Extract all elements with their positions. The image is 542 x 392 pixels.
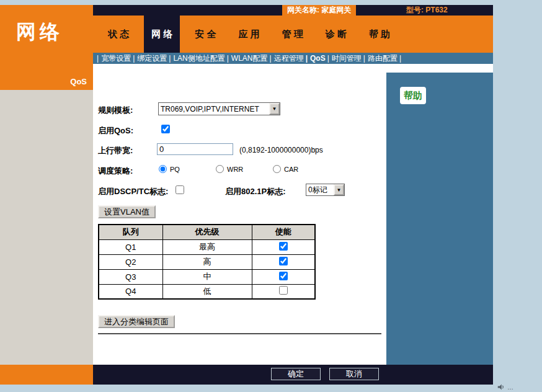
screen: 网络 QoS 网关名称: 家庭网关 型号: PT632 状 态 网 络 安 全 … — [0, 0, 542, 392]
rule-template-select[interactable]: TR069,VOIP,IPTV,INTERNET ▼ — [158, 102, 280, 115]
radio-wrr-input[interactable] — [216, 165, 224, 173]
radio-car-label: CAR — [284, 166, 298, 173]
queue-table: 队列 优先级 使能 Q1 最高 Q2 高 Q3 中 Q4 低 — [98, 224, 316, 300]
separator-line — [98, 333, 381, 334]
queue-cell: Q3 — [99, 269, 162, 284]
tab-status[interactable]: 状 态 — [100, 16, 136, 53]
radio-wrr-label: WRR — [227, 166, 243, 173]
tab-security[interactable]: 安 全 — [187, 16, 223, 53]
brand-area: 网络 QoS — [0, 5, 93, 90]
enable-cell — [252, 239, 315, 254]
subnav-item-broadband[interactable]: 宽带设置 — [97, 53, 131, 64]
subnav-end-divider — [399, 54, 401, 63]
queue-enable-checkbox[interactable] — [279, 257, 288, 265]
set-vlan-button[interactable]: 设置VLAN值 — [98, 205, 156, 218]
dscp-flag-label: 启用DSCP/TC标志: — [98, 186, 168, 197]
rule-template-label: 规则模板: — [98, 105, 133, 116]
footer-bar: 确定 取消 — [93, 365, 493, 385]
scheduling-policy-label: 调度策略: — [98, 166, 133, 177]
p8021-select[interactable]: 0标记 ▼ — [306, 184, 345, 196]
queue-cell: Q4 — [99, 284, 162, 299]
taskbar-fragment: … — [497, 383, 513, 391]
priority-cell: 低 — [162, 284, 252, 299]
help-panel: 帮助 — [386, 73, 493, 365]
cancel-button[interactable]: 取消 — [329, 368, 379, 380]
radio-pq-label: PQ — [170, 166, 180, 173]
table-row: Q4 低 — [99, 284, 315, 299]
enable-qos-label: 启用QoS: — [98, 125, 133, 136]
sidebar-empty-area — [0, 90, 93, 365]
priority-cell: 高 — [162, 254, 252, 269]
queue-cell: Q1 — [99, 239, 162, 254]
model-label: 型号: PT632 — [406, 5, 448, 16]
sidebar: 网络 QoS — [0, 5, 93, 385]
speaker-icon — [497, 383, 505, 391]
sidebar-item-qos[interactable]: QoS — [70, 77, 87, 86]
main-nav: 状 态 网 络 安 全 应 用 管 理 诊 断 帮 助 — [93, 16, 493, 53]
queue-enable-checkbox[interactable] — [279, 242, 288, 251]
table-header-row: 队列 优先级 使能 — [99, 225, 315, 239]
subnav-item-lan-address[interactable]: LAN侧地址配置 — [169, 53, 224, 64]
radio-pq-input[interactable] — [159, 165, 167, 173]
gateway-name-badge: 网关名称: 家庭网关 — [282, 5, 356, 16]
upstream-bandwidth-input[interactable] — [157, 143, 233, 155]
taskbar-ellipsis: … — [507, 384, 513, 391]
dscp-flag-checkbox[interactable] — [175, 185, 184, 194]
chevron-down-icon[interactable]: ▼ — [269, 103, 280, 115]
priority-header: 优先级 — [162, 225, 252, 239]
qos-form: 规则模板: TR069,VOIP,IPTV,INTERNET ▼ 启用QoS: … — [93, 64, 386, 365]
tab-network[interactable]: 网 络 — [144, 16, 180, 53]
priority-cell: 中 — [162, 269, 252, 284]
radio-pq[interactable]: PQ — [159, 165, 180, 173]
radio-car[interactable]: CAR — [273, 165, 298, 173]
upstream-bandwidth-label: 上行带宽: — [98, 145, 133, 156]
sub-nav: 宽带设置 绑定设置 LAN侧地址配置 WLAN配置 远程管理 QoS 时间管理 … — [93, 53, 493, 64]
enable-qos-checkbox[interactable] — [161, 125, 170, 133]
rule-template-value: TR069,VOIP,IPTV,INTERNET — [159, 105, 269, 114]
p8021-flag-label: 启用802.1P标志: — [225, 186, 286, 197]
enter-classify-button[interactable]: 进入分类编辑页面 — [98, 315, 175, 328]
subnav-item-wlan[interactable]: WLAN配置 — [227, 53, 268, 64]
priority-cell: 最高 — [162, 239, 252, 254]
upstream-bandwidth-hint: (0,8192-1000000000)bps — [239, 146, 323, 154]
table-row: Q2 高 — [99, 254, 315, 269]
radio-wrr[interactable]: WRR — [216, 165, 243, 173]
enable-cell — [252, 254, 315, 269]
queue-enable-checkbox[interactable] — [279, 286, 288, 295]
tab-diagnosis[interactable]: 诊 断 — [318, 16, 354, 53]
subnav-item-qos[interactable]: QoS — [306, 54, 326, 63]
chevron-down-icon[interactable]: ▼ — [334, 184, 344, 195]
queue-cell: Q2 — [99, 254, 162, 269]
tab-application[interactable]: 应 用 — [231, 16, 267, 53]
queue-header: 队列 — [99, 225, 162, 239]
subnav-item-route[interactable]: 路由配置 — [363, 53, 398, 64]
enable-cell — [252, 284, 315, 299]
table-row: Q1 最高 — [99, 239, 315, 254]
subnav-item-binding[interactable]: 绑定设置 — [133, 53, 167, 64]
help-badge[interactable]: 帮助 — [400, 87, 426, 104]
queue-enable-checkbox[interactable] — [279, 272, 288, 280]
tab-help[interactable]: 帮 助 — [362, 16, 398, 53]
subnav-item-time[interactable]: 时间管理 — [327, 53, 362, 64]
subnav-item-remote[interactable]: 远程管理 — [270, 53, 304, 64]
sidebar-footer-strip — [0, 365, 93, 385]
enable-cell — [252, 269, 315, 284]
ok-button[interactable]: 确定 — [271, 368, 321, 380]
enable-header: 使能 — [252, 225, 315, 239]
page-title: 网络 — [0, 5, 93, 46]
help-panel-gap — [386, 64, 493, 73]
p8021-value: 0标记 — [306, 185, 334, 195]
topbar: 网关名称: 家庭网关 型号: PT632 — [93, 5, 493, 16]
table-row: Q3 中 — [99, 269, 315, 284]
radio-car-input[interactable] — [273, 165, 281, 173]
tab-management[interactable]: 管 理 — [275, 16, 311, 53]
